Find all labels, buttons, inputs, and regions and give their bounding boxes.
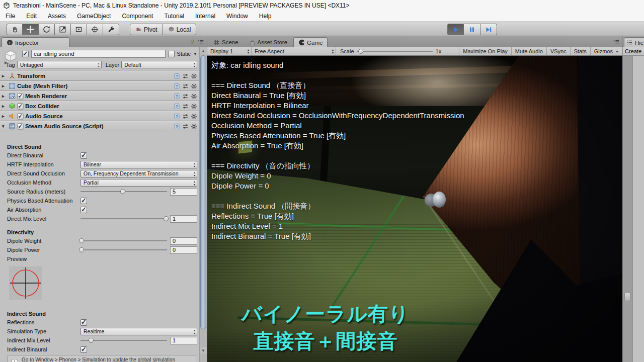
dipole-weight-field[interactable]: 0 (170, 237, 197, 245)
direct-mix-slider[interactable] (80, 215, 167, 222)
component-row-steamaudio[interactable]: ▾ Steam Audio Source (Script) (0, 121, 199, 131)
help-icon[interactable] (174, 113, 180, 120)
menu-gameobject[interactable]: GameObject (71, 12, 116, 21)
component-row-meshrenderer[interactable]: ▸ Mesh Renderer (0, 91, 199, 101)
play-button[interactable] (447, 24, 464, 35)
help-icon[interactable] (174, 93, 180, 100)
physics-attenuation-checkbox[interactable] (80, 198, 87, 204)
panel-splitter[interactable] (623, 56, 633, 362)
expander-icon[interactable]: ▸ (2, 94, 7, 99)
menu-window[interactable]: Window (221, 12, 254, 21)
dipole-power-field[interactable]: 0 (170, 246, 197, 254)
gear-icon[interactable] (191, 73, 197, 79)
step-button[interactable] (480, 24, 497, 35)
preset-icon[interactable] (182, 113, 189, 120)
static-dropdown-icon[interactable]: ▼ (193, 52, 197, 56)
scroll-up-icon[interactable]: ▲ (200, 47, 207, 54)
pivot-toggle-button[interactable]: Pivot (130, 24, 163, 35)
menu-internal[interactable]: Internal (190, 12, 221, 21)
gear-icon[interactable] (191, 83, 197, 89)
tab-game[interactable]: Game (293, 37, 328, 47)
expander-icon[interactable]: ▾ (2, 124, 7, 129)
aspect-dropdown[interactable]: Free Aspect (252, 47, 336, 55)
scrollbar-thumb[interactable] (200, 55, 206, 329)
help-icon[interactable] (174, 103, 180, 110)
component-row-meshfilter[interactable]: ▸ Cube (Mesh Filter) (0, 81, 199, 91)
scale-tool-button[interactable] (55, 24, 71, 35)
tab-scene[interactable]: Scene (209, 37, 243, 47)
gameobject-active-checkbox[interactable] (22, 51, 29, 57)
expander-icon[interactable]: ▸ (2, 83, 7, 88)
help-icon[interactable] (174, 123, 180, 130)
static-checkbox[interactable] (168, 51, 175, 57)
menu-component[interactable]: Component (116, 12, 158, 21)
pause-button[interactable] (464, 24, 480, 35)
menu-edit[interactable]: Edit (21, 12, 42, 21)
inspector-scrollbar[interactable]: ▲ ▼ (199, 47, 207, 362)
occlusion-dropdown[interactable]: On, Frequency Dependent Transmission (80, 170, 197, 177)
indirect-mix-slider[interactable] (80, 337, 167, 344)
preset-icon[interactable] (182, 93, 189, 100)
custom-tool-button[interactable] (103, 24, 119, 35)
scale-slider[interactable] (357, 48, 433, 54)
gameobject-name-field[interactable]: car idling sound (31, 50, 166, 58)
maximize-on-play-button[interactable]: Maximize On Play (459, 47, 511, 55)
occlusion-method-dropdown[interactable]: Partial (80, 179, 197, 187)
hand-tool-button[interactable] (7, 24, 23, 35)
menu-file[interactable]: File (0, 12, 21, 21)
gear-icon[interactable] (191, 93, 197, 100)
reflections-checkbox[interactable] (80, 319, 87, 326)
direct-mix-field[interactable]: 1 (170, 215, 197, 223)
indirect-mix-field[interactable]: 1 (170, 337, 197, 344)
display-dropdown[interactable]: Display 1 (207, 47, 252, 55)
gizmos-dropdown[interactable]: Gizmos ▼ (590, 47, 622, 55)
component-enabled-checkbox[interactable] (18, 103, 24, 109)
component-enabled-checkbox[interactable] (18, 123, 24, 129)
air-absorption-checkbox[interactable] (80, 207, 87, 213)
tab-menu-icon[interactable] (613, 39, 619, 45)
expander-icon[interactable]: ▸ (2, 114, 7, 119)
dipole-power-slider[interactable] (80, 246, 167, 253)
create-button[interactable]: Create (623, 47, 644, 56)
expander-icon[interactable]: ▸ (2, 104, 7, 109)
game-view[interactable]: 対象: car idling sound=== Direct Sound （直接… (207, 56, 622, 362)
component-enabled-checkbox[interactable] (18, 113, 24, 119)
preset-icon[interactable] (182, 103, 189, 110)
source-radius-field[interactable]: 5 (170, 188, 197, 196)
mute-audio-button[interactable]: Mute Audio (511, 47, 546, 55)
help-icon[interactable] (174, 83, 180, 89)
dipole-weight-slider[interactable] (80, 237, 167, 244)
tab-asset-store[interactable]: Asset Store (245, 37, 292, 47)
menu-tutorial[interactable]: Tutorial (158, 12, 190, 21)
transform-tool-button[interactable] (87, 24, 103, 35)
help-icon[interactable] (174, 73, 180, 79)
vsync-button[interactable]: VSync (546, 47, 570, 55)
tab-hierarchy[interactable]: Hie (624, 37, 644, 47)
component-row-transform[interactable]: ▸ Transform (0, 71, 199, 81)
simulation-type-dropdown[interactable]: Realtime (80, 328, 197, 335)
move-tool-button[interactable] (23, 24, 39, 35)
gear-icon[interactable] (191, 113, 197, 120)
indirect-binaural-checkbox[interactable] (80, 346, 87, 353)
expander-icon[interactable]: ▸ (2, 73, 7, 78)
gear-icon[interactable] (191, 123, 197, 130)
menu-help[interactable]: Help (254, 12, 277, 21)
component-row-boxcollider[interactable]: ▸ Box Collider (0, 101, 199, 111)
scroll-down-icon[interactable]: ▼ (200, 347, 207, 354)
splitter-handle[interactable] (624, 292, 630, 301)
lock-icon[interactable] (190, 39, 196, 45)
tab-inspector[interactable]: Inspector (2, 37, 69, 47)
gear-icon[interactable] (191, 103, 197, 110)
stats-button[interactable]: Stats (570, 47, 590, 55)
local-toggle-button[interactable]: Local (163, 24, 197, 35)
menu-assets[interactable]: Assets (42, 12, 71, 21)
direct-binaural-checkbox[interactable] (80, 152, 87, 159)
layer-dropdown[interactable]: Default (121, 61, 197, 68)
tag-dropdown[interactable]: Untagged (17, 61, 102, 68)
rect-tool-button[interactable] (71, 24, 87, 35)
component-row-audiosource[interactable]: ▸ Audio Source (0, 111, 199, 121)
source-radius-slider[interactable] (80, 188, 167, 195)
hrtf-dropdown[interactable]: Bilinear (80, 161, 197, 168)
preset-icon[interactable] (182, 73, 189, 79)
rotate-tool-button[interactable] (39, 24, 55, 35)
